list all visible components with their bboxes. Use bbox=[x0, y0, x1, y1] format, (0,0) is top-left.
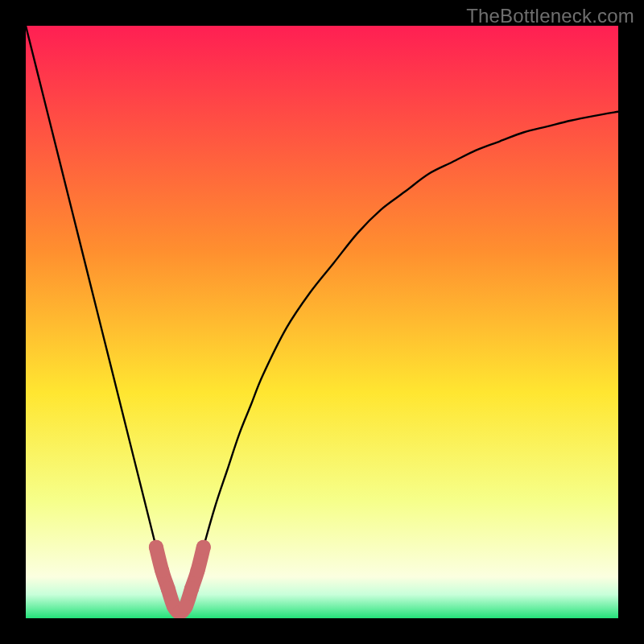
highlight-dot bbox=[149, 540, 163, 555]
chart-svg bbox=[26, 26, 618, 618]
highlight-dot bbox=[190, 564, 204, 578]
watermark-label: TheBottleneck.com bbox=[466, 5, 634, 27]
gradient-background bbox=[26, 26, 618, 618]
highlight-dot bbox=[155, 564, 169, 578]
chart-frame: TheBottleneck.com bbox=[0, 0, 644, 644]
plot-area bbox=[26, 26, 618, 618]
highlight-dot bbox=[196, 540, 211, 555]
highlight-dot bbox=[184, 581, 199, 596]
highlight-dot bbox=[179, 599, 193, 613]
highlight-dot bbox=[161, 581, 175, 596]
